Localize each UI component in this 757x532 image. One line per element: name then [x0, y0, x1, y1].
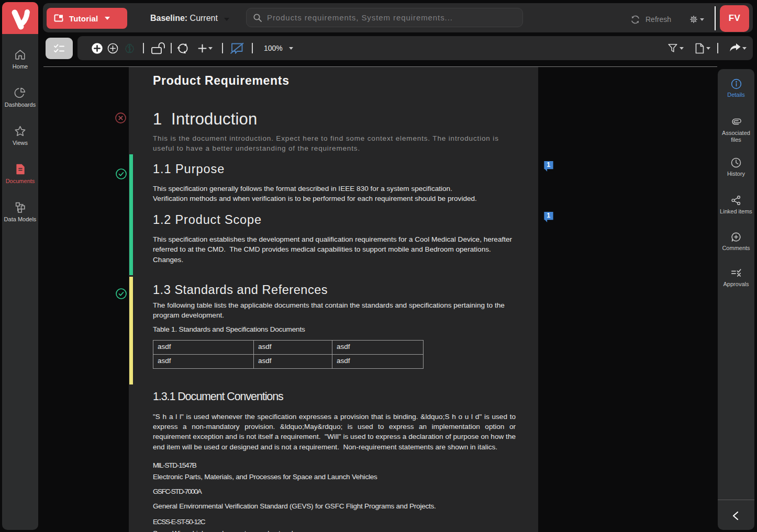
- svg-text:1: 1: [547, 161, 550, 168]
- svg-text:1: 1: [547, 212, 550, 219]
